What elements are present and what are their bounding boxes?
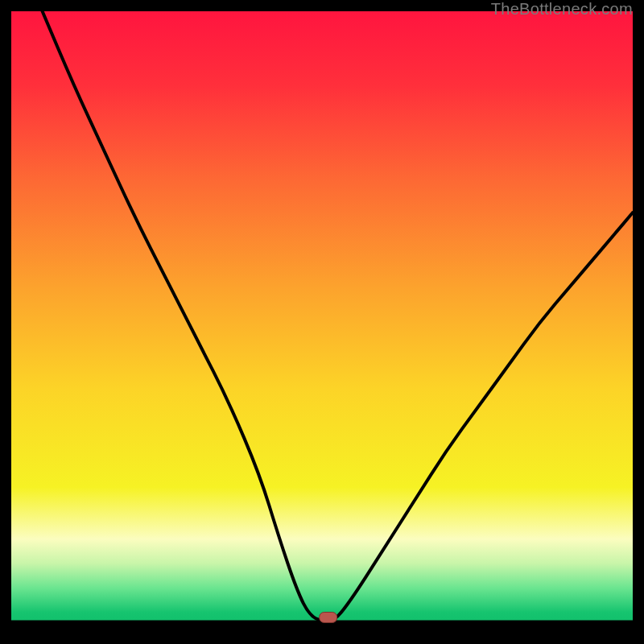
plot-frame (11, 11, 633, 633)
optimal-marker (320, 613, 337, 623)
gradient-background (11, 11, 633, 621)
plot-svg (11, 11, 633, 633)
attribution-text: TheBottleneck.com (491, 0, 633, 19)
